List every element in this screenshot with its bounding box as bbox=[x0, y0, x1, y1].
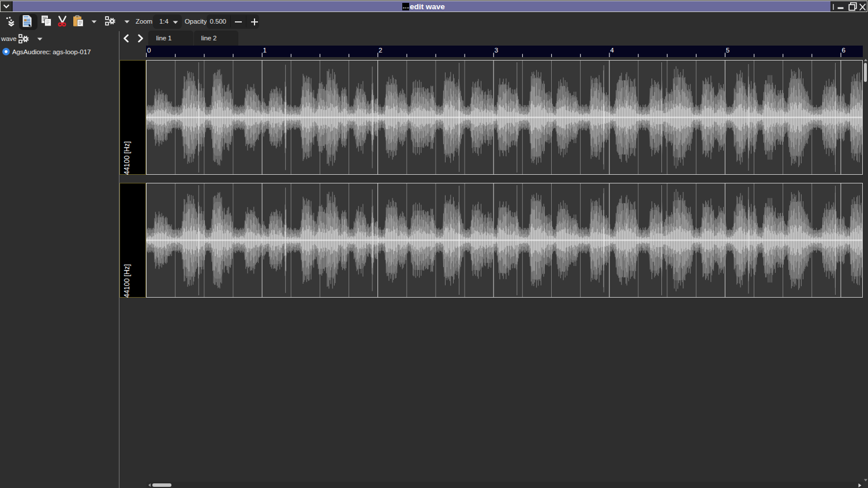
svg-text:6: 6 bbox=[841, 47, 845, 54]
svg-text:3: 3 bbox=[495, 47, 498, 54]
svg-text:5: 5 bbox=[726, 47, 729, 54]
svg-text:2: 2 bbox=[379, 47, 382, 54]
svg-text:1: 1 bbox=[263, 47, 267, 54]
svg-text:4: 4 bbox=[610, 47, 614, 54]
svg-text:0: 0 bbox=[147, 47, 151, 54]
